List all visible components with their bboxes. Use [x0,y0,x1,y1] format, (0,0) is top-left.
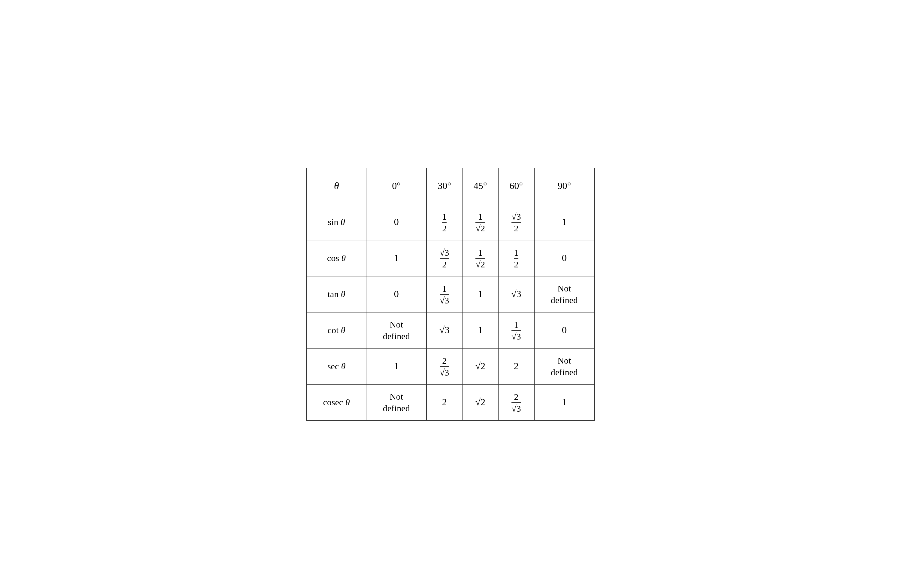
cosec-30: 2 [427,384,463,420]
trig-table-container: θ 0° 30° 45° 60° 90° sin θ 0 [306,168,595,421]
sec-row: sec θ 1 2 √3 √2 2 Notdefined [307,348,594,384]
sin-60: √3 2 [498,204,534,240]
sin-45: 1 √2 [462,204,498,240]
header-row: θ 0° 30° 45° 60° 90° [307,168,594,204]
sin-0: 0 [366,204,426,240]
cos-90: 0 [534,240,594,276]
cos-30: √3 2 [427,240,463,276]
sec-90: Notdefined [534,348,594,384]
sin-90: 1 [534,204,594,240]
tan-0: 0 [366,276,426,312]
sec-45: √2 [462,348,498,384]
cos-row: cos θ 1 √3 2 1 √2 1 2 0 [307,240,594,276]
cos-60: 1 2 [498,240,534,276]
angle-30: 30° [427,168,463,204]
cos-label: cos θ [307,240,366,276]
angle-90: 90° [534,168,594,204]
angle-header: θ [307,168,366,204]
sec-0: 1 [366,348,426,384]
tan-row: tan θ 0 1 √3 1 √3 Notdefined [307,276,594,312]
angle-60: 60° [498,168,534,204]
tan-30: 1 √3 [427,276,463,312]
sin-30: 1 2 [427,204,463,240]
cosec-60: 2 √3 [498,384,534,420]
cosec-90: 1 [534,384,594,420]
cot-label: cot θ [307,312,366,348]
sec-60: 2 [498,348,534,384]
cot-0: Notdefined [366,312,426,348]
sec-30: 2 √3 [427,348,463,384]
cosec-label: cosec θ [307,384,366,420]
cot-60: 1 √3 [498,312,534,348]
cot-30: √3 [427,312,463,348]
sin-row: sin θ 0 1 2 1 √2 √3 2 1 [307,204,594,240]
tan-label: tan θ [307,276,366,312]
cosec-45: √2 [462,384,498,420]
trig-table: θ 0° 30° 45° 60° 90° sin θ 0 [306,168,595,421]
cot-45: 1 [462,312,498,348]
cos-45: 1 √2 [462,240,498,276]
cosec-row: cosec θ Notdefined 2 √2 2 √3 1 [307,384,594,420]
angle-45: 45° [462,168,498,204]
tan-45: 1 [462,276,498,312]
cos-0: 1 [366,240,426,276]
tan-90: Notdefined [534,276,594,312]
sin-label: sin θ [307,204,366,240]
sec-label: sec θ [307,348,366,384]
cot-90: 0 [534,312,594,348]
tan-60: √3 [498,276,534,312]
cot-row: cot θ Notdefined √3 1 1 √3 0 [307,312,594,348]
angle-0: 0° [366,168,426,204]
cosec-0: Notdefined [366,384,426,420]
